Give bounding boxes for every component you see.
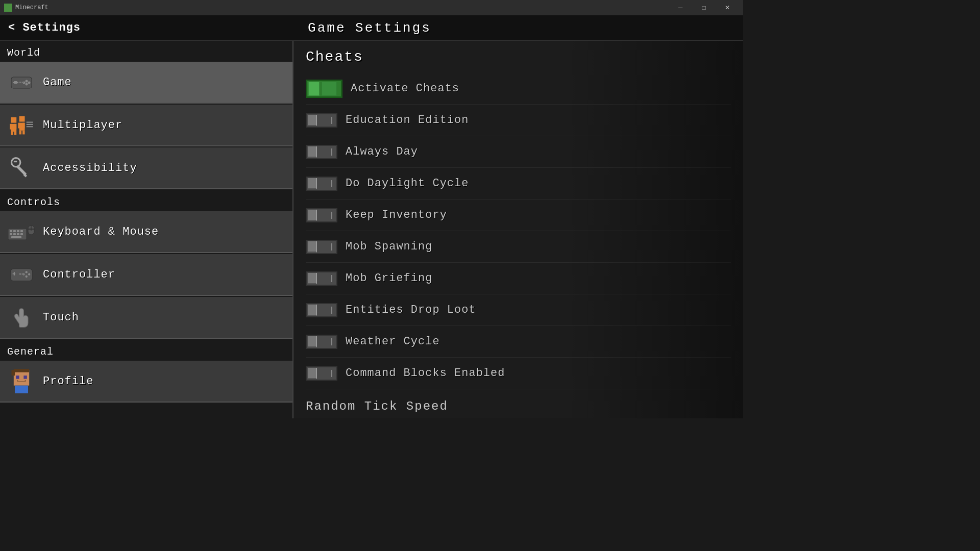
sidebar-item-keyboard-mouse[interactable]: Keyboard & Mouse bbox=[0, 211, 292, 253]
svg-rect-49 bbox=[22, 273, 24, 275]
command-blocks-toggle[interactable] bbox=[306, 366, 337, 381]
svg-rect-30 bbox=[13, 230, 16, 232]
title-bar-controls: ─ □ ✕ bbox=[669, 0, 739, 15]
setting-row-do-daylight-cycle: Do Daylight Cycle bbox=[306, 168, 731, 199]
mob-spawning-toggle[interactable] bbox=[306, 240, 337, 254]
keyboard-mouse-label: Keyboard & Mouse bbox=[43, 226, 159, 238]
svg-rect-31 bbox=[17, 230, 19, 232]
sidebar: World Ga bbox=[0, 41, 293, 418]
controller-label: Controller bbox=[43, 268, 115, 281]
general-section-label: General bbox=[0, 340, 292, 361]
page-title: Game Settings bbox=[81, 20, 658, 36]
svg-point-46 bbox=[26, 276, 28, 278]
setting-row-mob-spawning: Mob Spawning bbox=[306, 231, 731, 263]
svg-rect-55 bbox=[14, 369, 29, 372]
svg-rect-40 bbox=[28, 229, 34, 230]
entities-drop-loot-toggle[interactable] bbox=[306, 303, 337, 317]
toggle-left-segment bbox=[308, 82, 320, 96]
svg-rect-57 bbox=[15, 386, 28, 393]
always-day-label: Always Day bbox=[346, 145, 418, 158]
minimize-button[interactable]: ─ bbox=[669, 0, 692, 15]
command-blocks-label: Command Blocks Enabled bbox=[346, 367, 505, 380]
toggle-knob bbox=[308, 305, 317, 316]
weather-cycle-label: Weather Cycle bbox=[346, 335, 440, 348]
toggle-knob bbox=[308, 368, 317, 379]
controls-section-label: Controls bbox=[0, 190, 292, 211]
svg-rect-36 bbox=[20, 233, 23, 235]
svg-rect-29 bbox=[10, 230, 12, 232]
svg-rect-32 bbox=[20, 230, 23, 232]
multiplayer-icon bbox=[8, 112, 35, 138]
mob-griefing-label: Mob Griefing bbox=[346, 272, 432, 285]
sidebar-item-controller[interactable]: Controller bbox=[0, 254, 292, 296]
toggle-line bbox=[331, 338, 332, 345]
sidebar-item-multiplayer[interactable]: Multiplayer bbox=[0, 105, 292, 146]
accessibility-icon bbox=[8, 155, 35, 181]
svg-rect-51 bbox=[16, 375, 19, 379]
keep-inventory-toggle[interactable] bbox=[306, 208, 337, 222]
entities-drop-loot-label: Entities Drop Loot bbox=[346, 304, 476, 316]
toggle-line bbox=[331, 307, 332, 314]
svg-rect-11 bbox=[10, 124, 12, 130]
multiplayer-label: Multiplayer bbox=[43, 119, 122, 132]
sidebar-item-profile[interactable]: Profile bbox=[0, 361, 292, 403]
svg-point-3 bbox=[26, 80, 28, 83]
mob-griefing-toggle[interactable] bbox=[306, 271, 337, 286]
education-edition-toggle[interactable] bbox=[306, 113, 337, 128]
toggle-knob bbox=[308, 115, 317, 126]
svg-rect-14 bbox=[14, 132, 16, 135]
toggle-knob bbox=[308, 210, 317, 221]
svg-rect-8 bbox=[22, 82, 24, 83]
toggle-knob bbox=[308, 273, 317, 284]
svg-point-24 bbox=[12, 158, 20, 167]
back-button[interactable]: < Settings bbox=[8, 21, 81, 34]
do-daylight-cycle-toggle[interactable] bbox=[306, 177, 337, 191]
random-tick-title: Random Tick Speed bbox=[306, 399, 731, 413]
toggle-line bbox=[331, 275, 332, 282]
svg-rect-23 bbox=[27, 126, 33, 127]
title-bar: Minecraft ─ □ ✕ bbox=[0, 0, 743, 15]
setting-row-keep-inventory: Keep Inventory bbox=[306, 199, 731, 231]
cheats-section-title: Cheats bbox=[306, 49, 731, 65]
sidebar-item-game[interactable]: Game bbox=[0, 62, 292, 104]
app-icon bbox=[4, 4, 12, 12]
toggle-line bbox=[331, 370, 332, 377]
mob-spawning-label: Mob Spawning bbox=[346, 240, 432, 253]
title-bar-left: Minecraft bbox=[4, 4, 48, 12]
svg-rect-56 bbox=[12, 370, 15, 375]
svg-rect-54 bbox=[18, 380, 25, 381]
keep-inventory-label: Keep Inventory bbox=[346, 209, 447, 221]
profile-label: Profile bbox=[43, 375, 93, 388]
always-day-toggle[interactable] bbox=[306, 145, 337, 159]
sidebar-item-touch[interactable]: Touch bbox=[0, 297, 292, 339]
toggle-knob bbox=[308, 146, 317, 158]
close-button[interactable]: ✕ bbox=[716, 0, 739, 15]
weather-cycle-toggle[interactable] bbox=[306, 335, 337, 349]
random-tick-section: Random Tick Speed bbox=[306, 399, 731, 418]
toggle-line bbox=[331, 180, 332, 187]
education-edition-label: Education Edition bbox=[346, 114, 469, 127]
svg-point-45 bbox=[28, 273, 30, 276]
world-section-label: World bbox=[0, 41, 292, 62]
toggle-line bbox=[331, 148, 332, 156]
svg-rect-12 bbox=[14, 124, 16, 130]
svg-rect-22 bbox=[27, 124, 33, 125]
restore-button[interactable]: □ bbox=[692, 0, 716, 15]
sidebar-item-accessibility[interactable]: Accessibility bbox=[0, 147, 292, 189]
activate-cheats-toggle[interactable] bbox=[306, 80, 342, 98]
app-header: < Settings Game Settings bbox=[0, 15, 743, 41]
setting-row-always-day: Always Day bbox=[306, 136, 731, 168]
svg-point-5 bbox=[26, 83, 28, 86]
setting-row-mob-griefing: Mob Griefing bbox=[306, 263, 731, 294]
touch-icon bbox=[8, 304, 35, 331]
touch-label: Touch bbox=[43, 311, 79, 324]
svg-rect-9 bbox=[11, 117, 16, 123]
game-label: Game bbox=[43, 76, 72, 89]
right-panel: Cheats Activate Cheats Education Edition… bbox=[293, 41, 743, 418]
svg-rect-35 bbox=[17, 233, 19, 235]
svg-rect-19 bbox=[19, 131, 21, 135]
svg-rect-43 bbox=[14, 272, 15, 276]
svg-rect-37 bbox=[11, 236, 21, 238]
toggle-knob bbox=[308, 336, 317, 347]
svg-rect-25 bbox=[14, 161, 17, 162]
